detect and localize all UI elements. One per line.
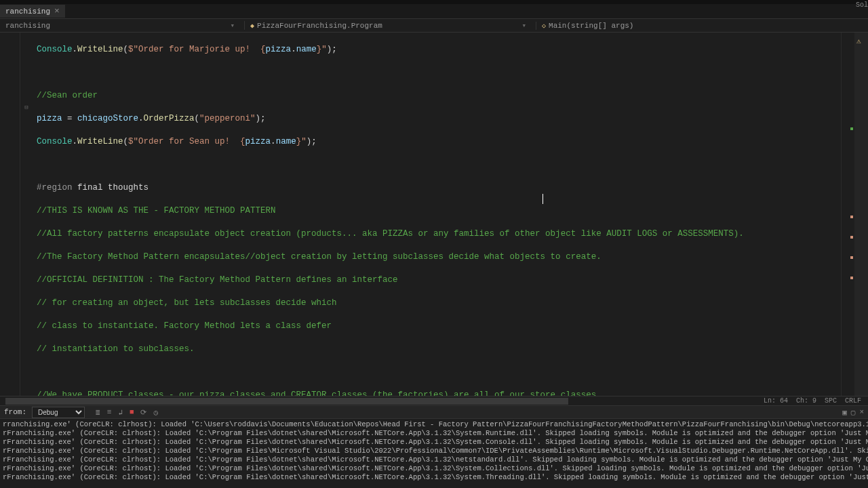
clear-output-icon[interactable]: ≣ <box>96 408 100 417</box>
pin-icon[interactable]: ▣ <box>842 408 847 417</box>
chevron-down-icon[interactable]: ▾ <box>230 21 239 30</box>
wrap-icon[interactable]: ↲ <box>118 408 123 417</box>
fold-minus-icon[interactable]: ⊟ <box>20 102 33 113</box>
tab-label: ranchising <box>5 7 50 16</box>
fold-column[interactable]: ⊟ <box>20 33 33 396</box>
status-line: Ln: 64 <box>764 397 788 405</box>
file-tab-bar: ranchising × Sol <box>0 4 868 19</box>
scroll-marker <box>850 236 853 239</box>
editor-status: Ln: 64 Ch: 9 SPC CRLF <box>764 397 868 405</box>
scroll-thumb[interactable] <box>5 398 568 405</box>
breadcrumb-project[interactable]: ranchising ▾ <box>0 21 244 30</box>
method-icon: ◇ <box>542 22 546 30</box>
warning-icon[interactable]: ⚠ <box>856 37 861 45</box>
output-panel-body[interactable]: rranchising.exe' (CoreCLR: clrhost): Loa… <box>0 419 868 488</box>
scroll-marker <box>850 127 853 130</box>
scroll-marker <box>850 216 853 218</box>
vertical-scrollbar-preview[interactable] <box>841 33 854 396</box>
line-number-gutter <box>0 33 20 396</box>
close-panel-icon[interactable]: × <box>859 408 864 417</box>
text-cursor <box>542 194 543 204</box>
breadcrumb-method[interactable]: ◇ Main(string[] args) <box>536 22 639 30</box>
horizontal-scrollbar[interactable]: Ln: 64 Ch: 9 SPC CRLF <box>0 396 868 405</box>
stop-icon[interactable]: ■ <box>130 408 134 417</box>
output-from-label: from: <box>4 408 26 416</box>
scroll-marker <box>850 256 853 259</box>
chevron-down-icon[interactable]: ▾ <box>521 21 530 30</box>
maximize-icon[interactable]: ▢ <box>851 408 856 417</box>
clock-icon[interactable]: ◷ <box>153 408 158 417</box>
toggle-icon[interactable]: ≡ <box>107 408 112 417</box>
solution-tab[interactable]: Sol <box>856 1 868 9</box>
file-tab[interactable]: ranchising × <box>0 5 65 18</box>
error-indicator-column: ⚠ <box>854 33 868 396</box>
breadcrumb-bar: ranchising ▾ ◆ PizzaFourFranchising.Prog… <box>0 19 868 33</box>
close-icon[interactable]: × <box>54 6 60 16</box>
code-editor[interactable]: Console.WriteLine($"Order for Marjorie u… <box>33 33 841 396</box>
editor-area[interactable]: ⊟ Console.WriteLine($"Order for Marjorie… <box>0 33 868 396</box>
output-source-select[interactable]: Debug <box>32 407 85 418</box>
find-icon[interactable]: ⟳ <box>140 408 146 417</box>
breadcrumb-class[interactable]: ◆ PizzaFourFranchising.Program ▾ <box>244 21 536 30</box>
class-icon: ◆ <box>250 22 254 30</box>
status-char: Ch: 9 <box>796 397 816 405</box>
scroll-marker <box>850 277 853 279</box>
output-panel-header: from: Debug ≣ ≡ ↲ ■ ⟳ ◷ ▣ ▢ × <box>0 405 868 419</box>
status-lineending: CRLF <box>845 397 861 405</box>
status-indent: SPC <box>825 397 837 405</box>
